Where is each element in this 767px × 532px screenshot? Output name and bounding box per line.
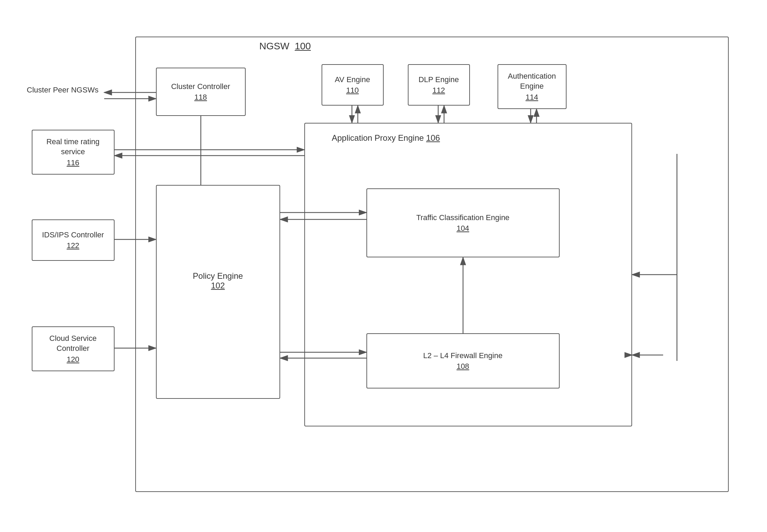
real-time-box: Real time rating service 116 (32, 130, 115, 175)
app-proxy-label: Application Proxy Engine 106 (332, 133, 440, 143)
policy-engine-label: Policy Engine 102 (163, 271, 273, 290)
av-engine-box: AV Engine 110 (322, 64, 384, 106)
cloud-service-box: Cloud Service Controller 120 (32, 326, 115, 371)
ids-ips-box: IDS/IPS Controller 122 (32, 219, 115, 261)
ngsw-label: NGSW 100 (259, 41, 311, 52)
diagram-container: NGSW 100 Cluster Peer NGSWs Cluster Cont… (21, 16, 746, 516)
traffic-class-box: Traffic Classification Engine 104 (366, 188, 560, 257)
cluster-controller-box: Cluster Controller 118 (156, 68, 246, 116)
dlp-engine-box: DLP Engine 112 (408, 64, 470, 106)
l2l4-box: L2 – L4 Firewall Engine 108 (366, 333, 560, 388)
policy-engine-box (156, 185, 280, 399)
cluster-peer-label: Cluster Peer NGSWs (25, 86, 101, 95)
auth-engine-box: Authentication Engine 114 (498, 64, 567, 109)
